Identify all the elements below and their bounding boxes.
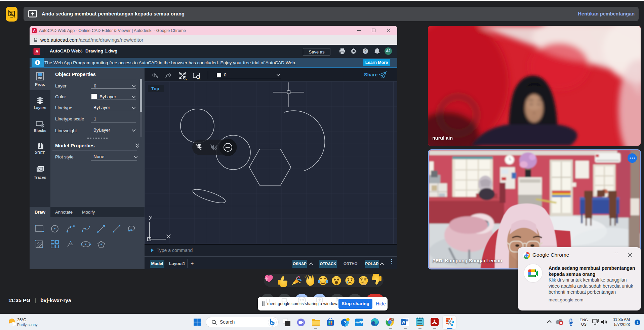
svg-text:A: A	[35, 49, 39, 54]
svg-text:?: ?	[344, 320, 346, 325]
svg-text:Top: Top	[151, 86, 159, 91]
svg-text:W: W	[402, 320, 405, 324]
svg-text:?: ?	[364, 49, 366, 53]
